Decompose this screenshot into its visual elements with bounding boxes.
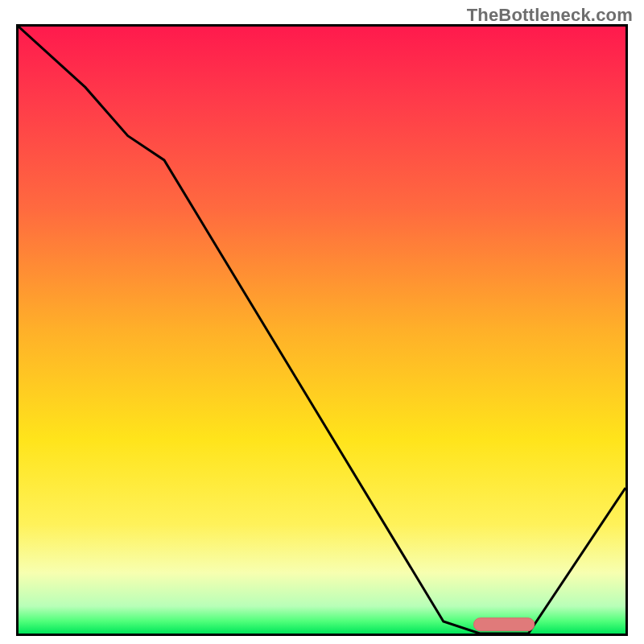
plot-frame	[16, 24, 628, 636]
optimal-marker	[474, 618, 535, 631]
bottleneck-curve	[19, 27, 625, 634]
plot-area	[19, 27, 625, 634]
attribution-label: TheBottleneck.com	[467, 5, 633, 26]
chart-container: TheBottleneck.com	[0, 0, 644, 644]
curve-layer	[19, 27, 625, 634]
